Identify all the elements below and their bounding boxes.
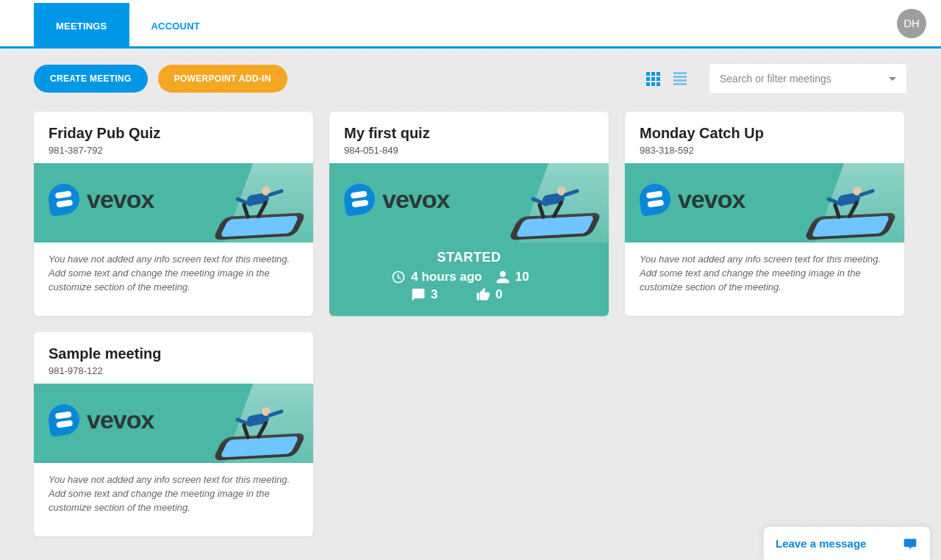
surfer-illustration xyxy=(234,404,279,442)
meeting-card[interactable]: Monday Catch Up 983-318-592 vevox You ha… xyxy=(625,112,904,316)
person-icon xyxy=(495,270,510,284)
meeting-id: 984-051-849 xyxy=(344,145,594,156)
top-nav: MEETINGS ACCOUNT DH xyxy=(0,0,941,49)
tab-meetings[interactable]: MEETINGS xyxy=(34,3,129,46)
create-meeting-button[interactable]: CREATE MEETING xyxy=(34,65,148,93)
tab-account[interactable]: ACCOUNT xyxy=(129,3,222,46)
time-ago: 4 hours ago xyxy=(411,270,482,284)
avatar[interactable]: DH xyxy=(897,9,926,38)
participant-count: 10 xyxy=(515,270,529,284)
status-label: STARTED xyxy=(329,250,609,265)
meeting-card[interactable]: My first quiz 984-051-849 vevox STARTED xyxy=(329,112,609,316)
meeting-id: 981-978-122 xyxy=(49,365,298,376)
meeting-info-text: You have not added any info screen text … xyxy=(625,243,904,316)
meeting-started-panel: STARTED 4 hours ago 10 3 0 xyxy=(329,243,609,316)
speech-bubble-icon xyxy=(902,536,918,551)
meetings-grid: Friday Pub Quiz 981-387-792 vevox You ha… xyxy=(0,101,941,559)
meeting-title: Monday Catch Up xyxy=(640,125,890,142)
meeting-card[interactable]: Friday Pub Quiz 981-387-792 vevox You ha… xyxy=(34,112,313,316)
meeting-image: vevox xyxy=(34,163,313,243)
vevox-logo: vevox xyxy=(640,184,745,215)
meeting-image: vevox xyxy=(625,163,904,243)
meeting-image: vevox xyxy=(34,384,313,463)
surfer-illustration xyxy=(825,184,870,222)
surfer-illustration xyxy=(234,184,279,222)
message-count: 3 xyxy=(431,287,437,302)
vevox-logo: vevox xyxy=(49,184,154,215)
meeting-title: Sample meeting xyxy=(49,345,298,362)
chevron-down-icon xyxy=(889,77,896,81)
meeting-id: 983-318-592 xyxy=(640,145,890,156)
meeting-id: 981-387-792 xyxy=(49,145,298,156)
toolbar: CREATE MEETING POWERPOINT ADD-IN Search … xyxy=(0,49,941,101)
chat-widget[interactable]: Leave a message xyxy=(763,526,931,560)
meeting-card[interactable]: Sample meeting 981-978-122 vevox You hav… xyxy=(34,332,313,536)
meeting-title: Friday Pub Quiz xyxy=(49,125,298,142)
list-view-icon[interactable] xyxy=(673,72,687,85)
meeting-title: My first quiz xyxy=(344,125,594,142)
chat-icon xyxy=(411,287,426,302)
view-toggles xyxy=(646,72,687,86)
meeting-info-text: You have not added any info screen text … xyxy=(34,463,313,536)
chat-label: Leave a message xyxy=(776,537,866,550)
clock-icon xyxy=(391,270,406,284)
grid-view-icon[interactable] xyxy=(646,72,660,86)
thumbs-up-icon xyxy=(476,287,490,302)
vevox-logo: vevox xyxy=(49,404,154,435)
like-count: 0 xyxy=(495,287,502,302)
powerpoint-addin-button[interactable]: POWERPOINT ADD-IN xyxy=(158,65,287,93)
meeting-info-text: You have not added any info screen text … xyxy=(34,243,313,316)
meeting-image: vevox xyxy=(329,163,609,243)
search-filter-placeholder: Search or filter meetings xyxy=(720,73,831,85)
search-filter-input[interactable]: Search or filter meetings xyxy=(709,63,907,94)
